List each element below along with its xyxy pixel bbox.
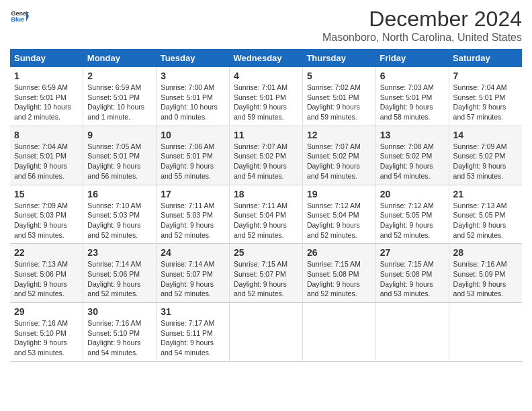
calendar-table: SundayMondayTuesdayWednesdayThursdayFrid… [10,49,522,362]
day-detail: Sunrise: 7:00 AMSunset: 5:01 PMDaylight:… [161,83,225,122]
day-number: 27 [380,247,445,258]
day-number: 31 [161,306,225,317]
calendar-cell: 16Sunrise: 7:10 AMSunset: 5:03 PMDayligh… [83,185,157,244]
calendar-cell: 14Sunrise: 7:09 AMSunset: 5:02 PMDayligh… [449,126,522,185]
calendar-cell: 20Sunrise: 7:12 AMSunset: 5:05 PMDayligh… [375,185,449,244]
header-friday: Friday [375,49,449,67]
day-number: 3 [161,71,225,81]
calendar-week-row: 29Sunrise: 7:16 AMSunset: 5:10 PMDayligh… [10,303,522,362]
location-title: Masonboro, North Carolina, United States [322,32,522,44]
day-detail: Sunrise: 6:59 AMSunset: 5:01 PMDaylight:… [87,83,152,122]
calendar-week-row: 1Sunrise: 6:59 AMSunset: 5:01 PMDaylight… [10,67,522,126]
day-number: 19 [307,189,371,199]
day-number: 16 [87,189,152,199]
day-number: 7 [453,71,518,81]
calendar-cell: 6Sunrise: 7:03 AMSunset: 5:01 PMDaylight… [375,67,449,126]
day-detail: Sunrise: 7:06 AMSunset: 5:01 PMDaylight:… [161,142,225,181]
day-detail: Sunrise: 7:14 AMSunset: 5:07 PMDaylight:… [161,259,225,299]
day-detail: Sunrise: 7:05 AMSunset: 5:01 PMDaylight:… [87,142,152,181]
day-detail: Sunrise: 7:04 AMSunset: 5:01 PMDaylight:… [14,142,79,181]
day-detail: Sunrise: 7:15 AMSunset: 5:07 PMDaylight:… [234,259,298,299]
day-detail: Sunrise: 7:02 AMSunset: 5:01 PMDaylight:… [307,83,371,122]
calendar-cell: 25Sunrise: 7:15 AMSunset: 5:07 PMDayligh… [230,244,303,303]
calendar-cell: 29Sunrise: 7:16 AMSunset: 5:10 PMDayligh… [10,303,83,362]
calendar-cell: 11Sunrise: 7:07 AMSunset: 5:02 PMDayligh… [230,126,303,185]
calendar-cell: 3Sunrise: 7:00 AMSunset: 5:01 PMDaylight… [157,67,230,126]
month-title: December 2024 [322,7,522,32]
day-detail: Sunrise: 7:13 AMSunset: 5:06 PMDaylight:… [14,259,79,299]
header-thursday: Thursday [302,49,375,67]
calendar-header-row: SundayMondayTuesdayWednesdayThursdayFrid… [10,49,522,67]
day-detail: Sunrise: 7:08 AMSunset: 5:02 PMDaylight:… [380,142,445,181]
calendar-cell: 8Sunrise: 7:04 AMSunset: 5:01 PMDaylight… [10,126,83,185]
day-detail: Sunrise: 7:13 AMSunset: 5:05 PMDaylight:… [453,201,518,240]
calendar-cell: 15Sunrise: 7:09 AMSunset: 5:03 PMDayligh… [10,185,83,244]
header-wednesday: Wednesday [230,49,303,67]
calendar-cell: 4Sunrise: 7:01 AMSunset: 5:01 PMDaylight… [230,67,303,126]
day-number: 21 [453,189,518,199]
calendar-cell: 28Sunrise: 7:16 AMSunset: 5:09 PMDayligh… [449,244,522,303]
day-number: 20 [380,189,445,199]
svg-text:Blue: Blue [11,16,24,23]
calendar-week-row: 22Sunrise: 7:13 AMSunset: 5:06 PMDayligh… [10,244,522,303]
day-number: 24 [161,247,225,258]
day-number: 12 [307,130,371,140]
day-detail: Sunrise: 7:17 AMSunset: 5:11 PMDaylight:… [161,318,225,358]
calendar-cell: 12Sunrise: 7:07 AMSunset: 5:02 PMDayligh… [302,126,375,185]
day-detail: Sunrise: 7:15 AMSunset: 5:08 PMDaylight:… [307,259,371,299]
calendar-cell: 10Sunrise: 7:06 AMSunset: 5:01 PMDayligh… [157,126,230,185]
day-number: 23 [87,247,152,258]
day-number: 6 [380,71,445,81]
calendar-cell: 31Sunrise: 7:17 AMSunset: 5:11 PMDayligh… [157,303,230,362]
calendar-week-row: 8Sunrise: 7:04 AMSunset: 5:01 PMDaylight… [10,126,522,185]
calendar-cell: 13Sunrise: 7:08 AMSunset: 5:02 PMDayligh… [375,126,449,185]
day-number: 26 [307,247,371,258]
header-sunday: Sunday [10,49,83,67]
day-number: 15 [14,189,79,199]
day-detail: Sunrise: 7:07 AMSunset: 5:02 PMDaylight:… [307,142,371,181]
day-number: 4 [234,71,298,81]
day-detail: Sunrise: 7:15 AMSunset: 5:08 PMDaylight:… [380,259,445,299]
calendar-cell [230,303,303,362]
page-header: General Blue December 2024 Masonboro, No… [10,7,522,44]
day-detail: Sunrise: 7:16 AMSunset: 5:09 PMDaylight:… [453,259,518,299]
header-saturday: Saturday [449,49,522,67]
calendar-week-row: 15Sunrise: 7:09 AMSunset: 5:03 PMDayligh… [10,185,522,244]
day-number: 5 [307,71,371,81]
calendar-cell: 7Sunrise: 7:04 AMSunset: 5:01 PMDaylight… [449,67,522,126]
calendar-cell [375,303,449,362]
day-detail: Sunrise: 6:59 AMSunset: 5:01 PMDaylight:… [14,83,79,122]
day-detail: Sunrise: 7:07 AMSunset: 5:02 PMDaylight:… [234,142,298,181]
day-number: 11 [234,130,298,140]
day-number: 8 [14,130,79,140]
day-detail: Sunrise: 7:16 AMSunset: 5:10 PMDaylight:… [87,318,152,358]
day-number: 18 [234,189,298,199]
day-detail: Sunrise: 7:12 AMSunset: 5:04 PMDaylight:… [307,201,371,240]
day-number: 28 [453,247,518,258]
day-detail: Sunrise: 7:16 AMSunset: 5:10 PMDaylight:… [14,318,79,358]
calendar-cell [302,303,375,362]
calendar-cell: 17Sunrise: 7:11 AMSunset: 5:03 PMDayligh… [157,185,230,244]
calendar-cell: 19Sunrise: 7:12 AMSunset: 5:04 PMDayligh… [302,185,375,244]
calendar-cell: 1Sunrise: 6:59 AMSunset: 5:01 PMDaylight… [10,67,83,126]
calendar-cell: 30Sunrise: 7:16 AMSunset: 5:10 PMDayligh… [83,303,157,362]
day-detail: Sunrise: 7:04 AMSunset: 5:01 PMDaylight:… [453,83,518,122]
day-detail: Sunrise: 7:10 AMSunset: 5:03 PMDaylight:… [87,201,152,240]
day-number: 22 [14,247,79,258]
day-detail: Sunrise: 7:09 AMSunset: 5:03 PMDaylight:… [14,201,79,240]
calendar-cell: 2Sunrise: 6:59 AMSunset: 5:01 PMDaylight… [83,67,157,126]
calendar-cell: 23Sunrise: 7:14 AMSunset: 5:06 PMDayligh… [83,244,157,303]
day-detail: Sunrise: 7:03 AMSunset: 5:01 PMDaylight:… [380,83,445,122]
day-detail: Sunrise: 7:14 AMSunset: 5:06 PMDaylight:… [87,259,152,299]
logo: General Blue [10,7,29,26]
day-detail: Sunrise: 7:11 AMSunset: 5:04 PMDaylight:… [234,201,298,240]
calendar-cell: 22Sunrise: 7:13 AMSunset: 5:06 PMDayligh… [10,244,83,303]
calendar-cell: 21Sunrise: 7:13 AMSunset: 5:05 PMDayligh… [449,185,522,244]
day-number: 14 [453,130,518,140]
day-detail: Sunrise: 7:01 AMSunset: 5:01 PMDaylight:… [234,83,298,122]
day-number: 1 [14,71,79,81]
day-number: 13 [380,130,445,140]
day-detail: Sunrise: 7:12 AMSunset: 5:05 PMDaylight:… [380,201,445,240]
calendar-cell: 18Sunrise: 7:11 AMSunset: 5:04 PMDayligh… [230,185,303,244]
day-number: 30 [87,306,152,317]
